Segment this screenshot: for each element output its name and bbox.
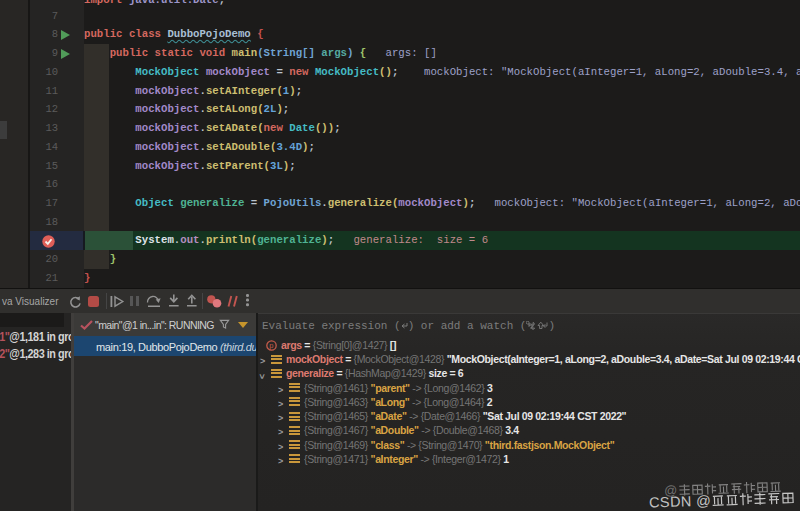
svg-text:p: p xyxy=(269,341,273,350)
